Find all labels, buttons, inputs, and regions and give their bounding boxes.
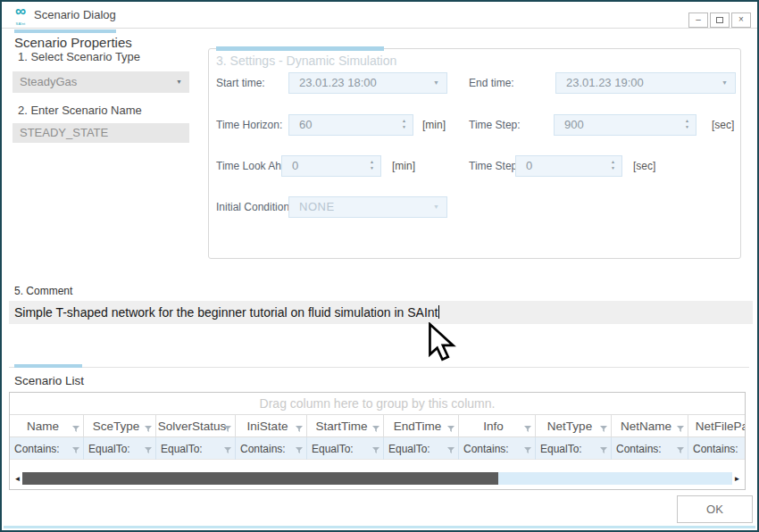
initial-condition-label: Initial Condition: — [216, 201, 292, 213]
minimize-icon: – — [696, 14, 701, 24]
settings-tab-indicator — [216, 46, 384, 51]
chevron-down-icon[interactable]: ▼ — [433, 73, 439, 93]
filter-cell-inistate[interactable]: Contains: — [236, 437, 307, 460]
chevron-down-icon[interactable]: ▼ — [176, 71, 182, 93]
column-header-info[interactable]: Info — [459, 415, 536, 437]
column-header-inistate[interactable]: IniState — [236, 415, 307, 437]
start-time-field[interactable]: 23.01.23 18:00 ▼ — [288, 72, 447, 94]
filter-funnel-icon[interactable] — [371, 445, 380, 457]
column-header-starttime[interactable]: StartTime — [307, 415, 384, 437]
filter-funnel-icon[interactable] — [599, 422, 608, 436]
scenario-list-tab-indicator — [14, 364, 82, 368]
filter-funnel-icon[interactable] — [599, 445, 608, 457]
scroll-left-icon[interactable]: ◄ — [13, 471, 22, 486]
filter-funnel-icon[interactable] — [144, 422, 153, 436]
title-bar: ∞ SAInt Scenario Dialog – × — [2, 2, 757, 29]
filter-funnel-icon[interactable] — [223, 422, 232, 436]
scroll-right-icon[interactable]: ► — [732, 471, 742, 486]
filter-funnel-icon[interactable] — [295, 445, 304, 457]
spinner-icon[interactable]: ▲▼ — [682, 116, 692, 134]
filter-funnel-icon[interactable] — [446, 445, 455, 457]
end-time-field[interactable]: 23.01.23 19:00 ▼ — [555, 72, 736, 94]
maximize-icon — [716, 17, 723, 23]
filter-funnel-icon[interactable] — [295, 422, 304, 436]
filter-funnel-icon[interactable] — [223, 445, 232, 457]
filter-funnel-icon[interactable] — [676, 445, 685, 457]
filter-cell-netfilepath[interactable]: Contains: — [688, 437, 746, 460]
scenario-type-dropdown[interactable]: SteadyGas ▼ — [13, 71, 189, 93]
properties-tab-indicator — [14, 29, 116, 33]
initial-condition-dropdown[interactable]: NONE ▼ — [288, 196, 447, 218]
spinner-icon[interactable]: ▲▼ — [399, 116, 409, 134]
step1-label: 1. Select Scenario Type — [18, 50, 140, 63]
filter-cell-starttime[interactable]: EqualTo: — [307, 437, 384, 460]
minimize-button[interactable]: – — [688, 12, 708, 28]
filter-funnel-icon[interactable] — [676, 422, 685, 436]
filter-cell-info[interactable]: Contains: — [459, 437, 536, 460]
comment-label: 5. Comment — [14, 285, 72, 297]
filter-cell-name[interactable]: Contains: — [10, 437, 84, 460]
section-divider — [9, 367, 749, 368]
column-header-netname[interactable]: NetName — [612, 415, 688, 437]
filter-funnel-icon[interactable] — [71, 422, 80, 436]
column-header-netfilepath[interactable]: NetFilePath — [688, 415, 746, 437]
table-filter-row: Contains:EqualTo:EqualTo:Contains:EqualT… — [10, 437, 745, 460]
spinner-icon[interactable]: ▲▼ — [367, 157, 377, 175]
scrollbar-thumb[interactable] — [22, 472, 498, 485]
scenario-list-title: Scenario List — [14, 374, 84, 387]
chevron-down-icon[interactable]: ▼ — [721, 73, 728, 93]
end-time-label: End time: — [469, 77, 514, 89]
time-step-look-ahead-unit: [sec] — [633, 160, 655, 172]
column-header-nettype[interactable]: NetType — [536, 415, 612, 437]
column-header-scetype[interactable]: SceType — [84, 415, 156, 437]
window-title: Scenario Dialog — [34, 8, 116, 21]
horizontal-scrollbar[interactable]: ◄ ► — [13, 471, 742, 486]
settings-panel-title: 3. Settings - Dynamic Simulation — [216, 54, 396, 68]
text-caret — [438, 305, 439, 319]
saint-logo-icon: ∞ SAInt — [11, 5, 30, 25]
step2-label: 2. Enter Scenario Name — [18, 104, 142, 117]
time-horizon-field[interactable]: 60 ▲▼ — [288, 114, 413, 136]
scrollbar-track[interactable] — [22, 472, 732, 485]
filter-funnel-icon[interactable] — [144, 445, 153, 457]
time-step-look-ahead-field[interactable]: 0 ▲▼ — [515, 155, 622, 177]
time-horizon-label: Time Horizon: — [216, 119, 282, 131]
time-step-label: Time Step: — [469, 119, 521, 131]
filter-funnel-icon[interactable] — [71, 445, 80, 457]
window-controls: – × — [688, 12, 751, 28]
filter-cell-endtime[interactable]: EqualTo: — [384, 437, 459, 460]
bottom-accent-strip — [4, 526, 755, 528]
mouse-cursor-icon — [428, 322, 456, 362]
filter-cell-netname[interactable]: Contains: — [612, 437, 688, 460]
maximize-button[interactable] — [710, 12, 730, 28]
time-look-ahead-field[interactable]: 0 ▲▼ — [281, 155, 381, 177]
column-header-endtime[interactable]: EndTime — [384, 415, 459, 437]
column-header-name[interactable]: Name — [10, 415, 84, 437]
ok-button[interactable]: OK — [677, 495, 753, 523]
time-step-unit: [sec] — [712, 119, 734, 131]
filter-funnel-icon[interactable] — [523, 445, 532, 457]
filter-cell-solverstatus[interactable]: EqualTo: — [156, 437, 236, 460]
column-header-solverstatus[interactable]: SolverStatus — [156, 415, 236, 437]
scenario-name-input[interactable]: STEADY_STATE — [13, 123, 189, 143]
time-look-ahead-unit: [min] — [392, 160, 415, 172]
scenario-dialog-window: ∞ SAInt Scenario Dialog – × Scenario Pro… — [0, 0, 759, 532]
group-by-panel[interactable]: Drag column here to group by this column… — [10, 393, 745, 415]
close-icon: × — [738, 14, 744, 24]
properties-panel-title: Scenario Properties — [14, 35, 132, 50]
comment-input[interactable]: Simple T-shaped network for the beginner… — [9, 301, 753, 324]
filter-cell-scetype[interactable]: EqualTo: — [84, 437, 156, 460]
scenario-table: Drag column here to group by this column… — [9, 392, 746, 490]
time-step-field[interactable]: 900 ▲▼ — [554, 114, 696, 136]
time-horizon-unit: [min] — [422, 119, 446, 131]
table-header-row: NameSceTypeSolverStatusIniStateStartTime… — [10, 415, 745, 437]
close-button[interactable]: × — [731, 12, 751, 28]
chevron-down-icon[interactable]: ▼ — [433, 197, 439, 217]
spinner-icon[interactable]: ▲▼ — [608, 157, 618, 175]
filter-cell-nettype[interactable]: EqualTo: — [536, 437, 612, 460]
start-time-label: Start time: — [216, 77, 265, 89]
filter-funnel-icon[interactable] — [523, 422, 532, 436]
filter-funnel-icon[interactable] — [446, 422, 455, 436]
filter-funnel-icon[interactable] — [371, 422, 380, 436]
